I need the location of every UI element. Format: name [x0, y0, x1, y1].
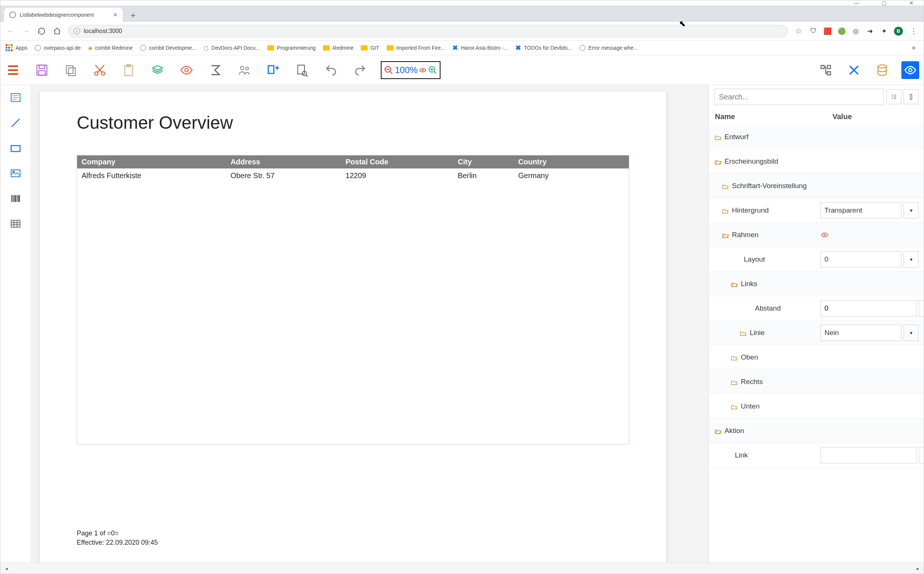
prop-unten[interactable]: Unten [709, 394, 924, 418]
bookmark-error[interactable]: Error message whe... [580, 45, 638, 51]
svg-rect-3 [66, 66, 73, 74]
dropdown-icon[interactable]: ▾ [904, 325, 918, 341]
report-table[interactable]: Company Address Postal Code City Country… [77, 155, 629, 445]
nav-reload-button[interactable] [37, 26, 46, 36]
paste-icon[interactable] [121, 62, 137, 78]
dropdown-icon[interactable]: ▾ [904, 202, 918, 219]
ext-google-icon[interactable]: ➜ [866, 27, 874, 35]
ext-shield-icon[interactable]: 🛡 [809, 27, 817, 35]
prop-hintergrund[interactable]: Hintergrund Transparent ▾ [709, 198, 924, 222]
bookmark-overpass[interactable]: overpass-api.de [35, 45, 81, 51]
nav-back-button[interactable]: ← [6, 26, 15, 36]
prop-rechts[interactable]: Rechts [709, 369, 924, 394]
save-icon[interactable] [34, 62, 50, 78]
zoom-control[interactable]: 100% [381, 61, 440, 79]
preview-icon[interactable] [178, 62, 195, 78]
bookmark-hanoi[interactable]: ✖Hanoi Asia Bistro -... [453, 44, 508, 52]
prop-erscheinungsbild[interactable]: Erscheinungsbild [709, 149, 924, 173]
property-header: Name Value [709, 109, 924, 125]
prop-link[interactable]: Link [709, 443, 924, 467]
bookmarks-bar: Apps overpass-api.de ◆combit Redmine com… [0, 41, 924, 55]
view-compact-toggle[interactable] [904, 90, 918, 104]
cut-icon[interactable] [91, 62, 108, 78]
ext-circle-icon[interactable]: ◎ [852, 27, 860, 35]
prop-rahmen[interactable]: Rahmen [709, 222, 924, 247]
cell-city: Berlin [454, 169, 514, 183]
eye-icon[interactable] [820, 231, 829, 239]
users-icon[interactable] [236, 62, 253, 78]
search-input[interactable] [714, 89, 883, 105]
svg-point-11 [246, 67, 249, 70]
search-page-icon[interactable] [294, 62, 310, 78]
prop-aktion[interactable]: Aktion [709, 418, 924, 443]
prop-abstand[interactable]: Abstand [709, 296, 924, 320]
undo-icon[interactable] [323, 62, 339, 78]
convert-icon[interactable] [265, 62, 281, 78]
profile-avatar[interactable]: B [894, 27, 903, 36]
prop-links[interactable]: Links [709, 271, 924, 296]
zoom-eye-icon[interactable] [419, 66, 426, 74]
menu-icon[interactable] [5, 62, 21, 78]
preview-panel-icon[interactable] [901, 61, 919, 79]
tools-panel-icon[interactable] [845, 61, 863, 79]
bookmark-programmierung[interactable]: Programmierung [267, 45, 316, 51]
link-input[interactable] [820, 447, 916, 464]
abstand-input[interactable] [820, 300, 916, 317]
view-list-toggle[interactable] [886, 90, 901, 104]
browser-menu-icon[interactable]: ⋮ [909, 26, 918, 36]
zoom-in-icon[interactable] [428, 65, 437, 75]
bookmark-git[interactable]: GIT [361, 45, 379, 51]
bookmark-todos[interactable]: ✖TODOs für Devbits... [515, 44, 572, 52]
horizontal-scrollbar[interactable]: ◂ ▸ [0, 563, 924, 574]
image-tool-icon[interactable] [8, 166, 23, 181]
bookmark-combit-redmine[interactable]: ◆combit Redmine [88, 45, 133, 51]
prop-linie[interactable]: Linie Nein ▾ [709, 320, 924, 345]
dropdown-icon[interactable]: ▾ [904, 251, 918, 268]
prop-entwurf[interactable]: Entwurf [709, 125, 924, 149]
scroll-left-icon[interactable]: ◂ [2, 564, 11, 573]
line-tool-icon[interactable] [8, 115, 23, 130]
browser-tab[interactable]: Listlabelwebdesignercomponent ✕ [4, 8, 123, 22]
database-panel-icon[interactable] [873, 61, 891, 79]
prop-schriftart[interactable]: Schriftart-Voreinstellung [709, 173, 924, 198]
linie-select[interactable]: Nein [820, 325, 901, 341]
bookmark-apps[interactable]: Apps [6, 44, 27, 51]
table-tool-icon[interactable] [8, 216, 23, 231]
bookmark-devdocs[interactable]: ▢DevDocs API Docu... [204, 45, 260, 51]
prop-oben[interactable]: Oben [709, 345, 924, 369]
ext-red-icon[interactable]: 🟥 [823, 27, 832, 35]
sum-icon[interactable] [207, 62, 223, 78]
svg-rect-24 [11, 145, 20, 151]
new-tab-button[interactable]: ＋ [126, 8, 140, 22]
nav-forward-button[interactable]: → [21, 26, 31, 36]
redo-icon[interactable] [352, 62, 368, 78]
layers-icon[interactable] [149, 62, 166, 78]
ext-green-icon[interactable]: 🟢 [838, 27, 846, 35]
folder-icon [267, 45, 274, 50]
canvas-area[interactable]: Customer Overview Company Address Postal… [31, 85, 709, 563]
barcode-tool-icon[interactable] [8, 191, 23, 206]
layout-select[interactable]: 0 [820, 251, 901, 268]
copy-icon[interactable] [63, 62, 79, 78]
bookmarks-overflow[interactable]: » [912, 44, 918, 52]
bookmark-imported[interactable]: Imported From Fire... [387, 45, 445, 51]
bookmark-combit-dev[interactable]: combit Developme... [140, 45, 196, 51]
hintergrund-select[interactable]: Transparent [820, 202, 901, 219]
tab-close-icon[interactable]: ✕ [113, 12, 118, 18]
wand-icon[interactable] [919, 447, 924, 464]
site-info-icon[interactable]: i [74, 28, 80, 35]
tree-panel-icon[interactable] [817, 61, 834, 79]
app-toolbar: 100% [0, 55, 924, 85]
bookmark-star-icon[interactable]: ☆ [794, 26, 803, 36]
text-tool-icon[interactable] [8, 90, 23, 105]
rectangle-tool-icon[interactable] [8, 140, 23, 156]
prop-layout[interactable]: Layout 0 ▾ [709, 247, 924, 271]
wand-icon[interactable] [919, 300, 924, 317]
nav-home-button[interactable] [52, 26, 62, 36]
svg-rect-12 [269, 66, 274, 74]
extensions-icon[interactable]: ✦ [880, 27, 888, 35]
bookmark-redmine[interactable]: Redmine [323, 45, 354, 51]
folder-icon [387, 45, 393, 50]
scroll-right-icon[interactable]: ▸ [913, 564, 922, 573]
zoom-out-icon[interactable] [384, 65, 393, 75]
